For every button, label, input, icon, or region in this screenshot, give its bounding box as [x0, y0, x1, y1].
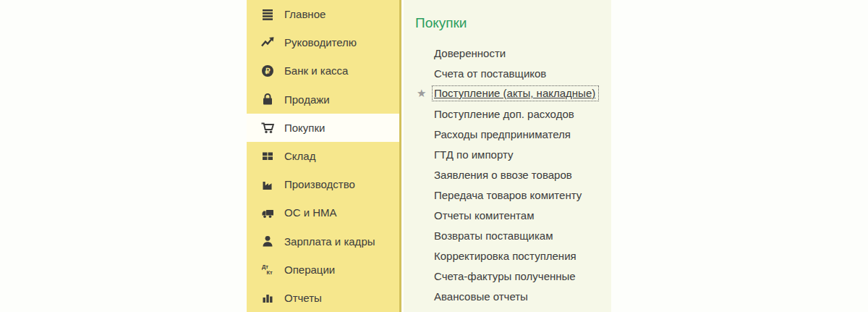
menu-item-doverennosti[interactable]: Доверенности: [434, 47, 506, 59]
menu-item-scheta-ot-postavshchikov[interactable]: Счета от поставщиков: [434, 67, 546, 80]
menu-row: ★ Поступление (акты, накладные): [434, 83, 611, 104]
sidebar-item-os-i-nma[interactable]: ОС и НМА: [247, 198, 399, 227]
menu-row: Авансовые отчеты: [434, 286, 611, 306]
svg-text:₽: ₽: [265, 67, 271, 75]
menu-row: Заявления о ввозе товаров: [434, 164, 611, 185]
sidebar-item-pokupki[interactable]: Покупки: [247, 114, 399, 142]
sidebar-item-rukovoditelyu[interactable]: Руководителю: [247, 28, 399, 56]
person-icon: [260, 234, 275, 248]
ruble-circle-icon: ₽: [260, 64, 275, 78]
menu-item-korrektirovka-postupleniya[interactable]: Корректировка поступления: [434, 250, 576, 262]
menu-item-postuplenie-dop-rashodov[interactable]: Поступление доп. расходов: [434, 108, 574, 120]
app-root: Главное Руководителю ₽ Банк и касса Прод…: [0, 0, 868, 312]
menu-item-vozvraty-postavshchikam[interactable]: Возвраты поставщикам: [434, 229, 553, 242]
menu-row: Возвраты поставщикам: [434, 225, 611, 245]
sidebar-item-label: Отчеты: [284, 292, 322, 304]
sidebar-item-label: Продажи: [284, 93, 330, 106]
sidebar-item-label: Операции: [284, 263, 335, 276]
shopping-cart-icon: [260, 120, 275, 135]
menu-row: Доверенности: [434, 43, 611, 63]
favorite-star-icon[interactable]: ★: [417, 88, 426, 98]
menu-row: Передача товаров комитенту: [434, 185, 611, 205]
sidebar-item-bank-i-kassa[interactable]: ₽ Банк и касса: [247, 56, 399, 85]
menu-row: Поступление доп. расходов: [434, 104, 611, 124]
trending-up-icon: [260, 35, 275, 50]
sidebar-item-zarplata-i-kadry[interactable]: Зарплата и кадры: [247, 227, 399, 256]
sidebar-item-proizvodstvo[interactable]: Производство: [247, 170, 399, 198]
sidebar-item-label: Руководителю: [284, 36, 357, 49]
menu-row: Счета-фактуры полученные: [434, 266, 611, 286]
menu-row: Счета от поставщиков: [434, 63, 611, 83]
menu-item-peredacha-tovarov-komitentu[interactable]: Передача товаров комитенту: [434, 189, 582, 201]
pallet-grid-icon: [260, 149, 275, 164]
hamburger-icon: [260, 7, 275, 22]
sidebar-item-label: Зарплата и кадры: [284, 235, 375, 248]
purchases-command-panel: Покупки Доверенности Счета от поставщико…: [404, 0, 611, 312]
truck-icon: [260, 206, 275, 220]
menu-item-gtd-po-importu[interactable]: ГТД по импорту: [434, 148, 513, 161]
sections-panel: Главное Руководителю ₽ Банк и касса Прод…: [247, 0, 401, 312]
menu-row: ГТД по импорту: [434, 144, 611, 164]
menu-item-scheta-faktury-poluchennye[interactable]: Счета-фактуры полученные: [434, 270, 576, 282]
sidebar-item-otchety[interactable]: Отчеты: [247, 284, 399, 312]
menu-row: Корректировка поступления: [434, 245, 611, 266]
sidebar-item-operacii[interactable]: ДтКт Операции: [247, 256, 399, 284]
sidebar-item-label: Склад: [284, 150, 315, 162]
panel-title: Покупки: [415, 15, 611, 31]
sidebar-item-label: Банк и касса: [284, 64, 348, 77]
factory-icon: [260, 177, 275, 192]
menu-item-avansovye-otchety[interactable]: Авансовые отчеты: [434, 290, 528, 303]
purchases-menu: Доверенности Счета от поставщиков ★ Пост…: [404, 43, 611, 306]
bar-chart-icon: [260, 290, 275, 305]
sidebar-item-glavnoe[interactable]: Главное: [247, 0, 399, 28]
svg-text:Кт: Кт: [267, 269, 273, 276]
menu-item-rashody-predprinimatelya[interactable]: Расходы предпринимателя: [434, 128, 571, 140]
sidebar-item-prodazhi[interactable]: Продажи: [247, 85, 399, 114]
sidebar-item-label: ОС и НМА: [284, 206, 337, 219]
menu-item-zayavleniya-o-vvoze-tovarov[interactable]: Заявления о ввозе товаров: [434, 169, 572, 181]
sidebar-item-sklad[interactable]: Склад: [247, 142, 399, 170]
shopping-bag-icon: [260, 92, 275, 106]
menu-row: Расходы предпринимателя: [434, 124, 611, 144]
sidebar-item-label: Производство: [284, 178, 355, 190]
menu-item-otchety-komitentam[interactable]: Отчеты комитентам: [434, 209, 534, 222]
sidebar-item-label: Главное: [284, 8, 326, 20]
menu-row: Отчеты комитентам: [434, 205, 611, 225]
debit-credit-icon: ДтКт: [260, 262, 275, 277]
sidebar-item-label: Покупки: [284, 122, 325, 134]
menu-item-postuplenie-akty-nakladnye[interactable]: Поступление (акты, накладные): [432, 85, 599, 101]
